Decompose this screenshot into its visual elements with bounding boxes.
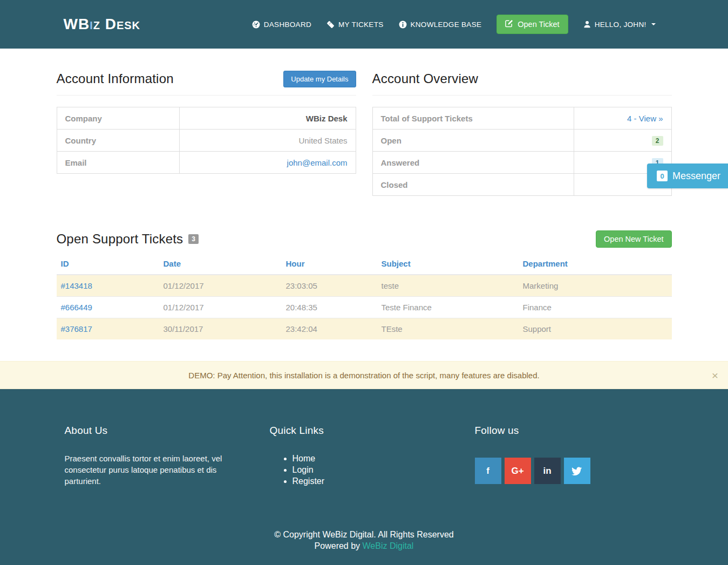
table-row: Open 2 <box>372 130 671 152</box>
ticket-hour: 23:03:05 <box>282 275 377 296</box>
footer-about-column: About Us Praesent convallis tortor et en… <box>57 425 262 487</box>
ticket-id-link[interactable]: #376817 <box>61 324 92 333</box>
column-header-date[interactable]: Date <box>159 254 282 275</box>
quick-links-list: Home Login Register <box>270 453 459 487</box>
linkedin-icon[interactable]: in <box>534 458 561 484</box>
answered-label: Answered <box>372 152 574 174</box>
ticket-id-link[interactable]: #143418 <box>61 281 92 290</box>
quick-links-title: Quick Links <box>270 425 459 437</box>
closed-label: Closed <box>372 174 574 196</box>
ticket-id-link[interactable]: #666449 <box>61 303 92 312</box>
messenger-widget[interactable]: 0 Messenger <box>647 164 728 188</box>
nav-item-knowledge-base[interactable]: KNOWLEDGE BASE <box>399 21 482 29</box>
footer-quick-links-column: Quick Links Home Login Register <box>262 425 467 487</box>
quick-link-register[interactable]: Register <box>292 475 459 487</box>
powered-by-text: Powered by <box>315 541 363 550</box>
caret-down-icon <box>651 23 656 25</box>
twitter-icon[interactable] <box>564 458 590 484</box>
account-information-table: Company WBiz Desk Country United States … <box>57 107 356 174</box>
column-header-id[interactable]: ID <box>57 254 159 275</box>
powered-by-link[interactable]: WeBiz Digital <box>363 541 414 550</box>
ticket-date: 30/11/2017 <box>159 318 282 339</box>
demo-warning-banner: DEMO: Pay Attention, this installation i… <box>0 361 728 389</box>
view-tickets-link[interactable]: 4 - View » <box>627 114 663 123</box>
company-label: Company <box>57 107 179 130</box>
demo-warning-text: DEMO: Pay Attention, this installation i… <box>188 371 539 380</box>
open-ticket-label: Open Ticket <box>518 20 559 29</box>
section-divider <box>372 95 672 96</box>
dashboard-icon <box>252 21 260 29</box>
page-footer: About Us Praesent convallis tortor et en… <box>0 389 728 565</box>
table-row: Company WBiz Desk <box>57 107 356 130</box>
social-icons-row: f G+ in <box>475 458 664 484</box>
ticket-subject: TEste <box>377 318 519 339</box>
ticket-icon <box>326 21 335 29</box>
table-row: #376817 30/11/2017 23:42:04 TEste Suppor… <box>57 318 672 339</box>
email-link[interactable]: john@email.com <box>287 158 348 167</box>
tickets-table-header: ID Date Hour Subject Department <box>57 254 672 275</box>
main-content: Account Information Update my Details Co… <box>57 49 672 339</box>
user-menu[interactable]: HELLO, JOHN! <box>583 21 656 29</box>
section-divider <box>57 95 356 96</box>
nav-item-dashboard[interactable]: DASHBOARD <box>252 21 311 29</box>
column-header-department[interactable]: Department <box>519 254 672 275</box>
about-us-title: About Us <box>65 425 254 437</box>
nav-item-label: DASHBOARD <box>264 21 311 29</box>
footer-follow-column: Follow us f G+ in <box>467 425 672 487</box>
ticket-date: 01/12/2017 <box>159 296 282 318</box>
open-count-badge: 2 <box>652 136 663 146</box>
update-details-button[interactable]: Update my Details <box>283 71 356 87</box>
open-label: Open <box>372 130 574 152</box>
google-plus-icon[interactable]: G+ <box>505 458 531 484</box>
ticket-subject: teste <box>377 275 519 296</box>
open-new-ticket-button[interactable]: Open New Ticket <box>596 230 671 248</box>
ticket-subject: Teste Finance <box>377 296 519 318</box>
logo-part1: WB <box>64 16 90 32</box>
info-circle-icon <box>399 21 407 29</box>
quick-link-home[interactable]: Home <box>292 453 459 464</box>
account-information-title: Account Information <box>57 71 174 86</box>
account-overview-title: Account Overview <box>372 71 479 86</box>
column-header-subject[interactable]: Subject <box>377 254 519 275</box>
table-row: Country United States <box>57 130 356 152</box>
edit-pencil-icon <box>505 19 513 29</box>
nav-item-my-tickets[interactable]: MY TICKETS <box>326 21 384 29</box>
open-ticket-button[interactable]: Open Ticket <box>496 15 568 34</box>
ticket-department: Support <box>519 318 672 339</box>
follow-us-title: Follow us <box>475 425 664 437</box>
account-overview-table: Total of Support Tickets 4 - View » Open… <box>372 107 672 196</box>
country-label: Country <box>57 130 179 152</box>
ticket-department: Finance <box>519 296 672 318</box>
open-support-tickets-title: Open Support Tickets <box>57 232 183 247</box>
table-row: Email john@email.com <box>57 152 356 174</box>
ticket-department: Marketing <box>519 275 672 296</box>
facebook-icon[interactable]: f <box>475 458 501 484</box>
messenger-label: Messenger <box>672 171 720 182</box>
nav-item-label: MY TICKETS <box>338 21 384 29</box>
column-header-hour[interactable]: Hour <box>282 254 377 275</box>
app-logo[interactable]: WBiz Desk <box>64 16 141 33</box>
ticket-hour: 23:42:04 <box>282 318 377 339</box>
table-row: Total of Support Tickets 4 - View » <box>372 107 671 130</box>
user-icon <box>583 21 591 28</box>
tickets-count-badge: 3 <box>188 234 199 244</box>
nav-item-label: KNOWLEDGE BASE <box>411 21 482 29</box>
tickets-table: ID Date Hour Subject Department #143418 … <box>57 254 672 339</box>
account-information-section: Account Information Update my Details Co… <box>57 70 356 196</box>
messenger-count-badge: 0 <box>657 171 668 181</box>
total-tickets-label: Total of Support Tickets <box>372 107 574 130</box>
table-row: #666449 01/12/2017 20:48:35 Teste Financ… <box>57 296 672 318</box>
open-support-tickets-section: Open Support Tickets 3 Open New Ticket I… <box>57 230 672 339</box>
close-icon[interactable]: × <box>712 370 718 381</box>
logo-part2: z Desk <box>93 16 140 32</box>
table-row: #143418 01/12/2017 23:03:05 teste Market… <box>57 275 672 296</box>
quick-link-login[interactable]: Login <box>292 464 459 475</box>
copyright-line: © Copyright WeBiz Digital. All Rights Re… <box>0 529 728 540</box>
country-value: United States <box>179 130 356 152</box>
table-row: Closed <box>372 174 671 196</box>
user-menu-label: HELLO, JOHN! <box>595 21 647 29</box>
main-nav: DASHBOARD MY TICKETS KNOWLEDGE BASE Open… <box>252 15 664 34</box>
about-us-text: Praesent convallis tortor et enim laoree… <box>65 453 251 487</box>
table-row: Answered 1 <box>372 152 671 174</box>
ticket-hour: 20:48:35 <box>282 296 377 318</box>
